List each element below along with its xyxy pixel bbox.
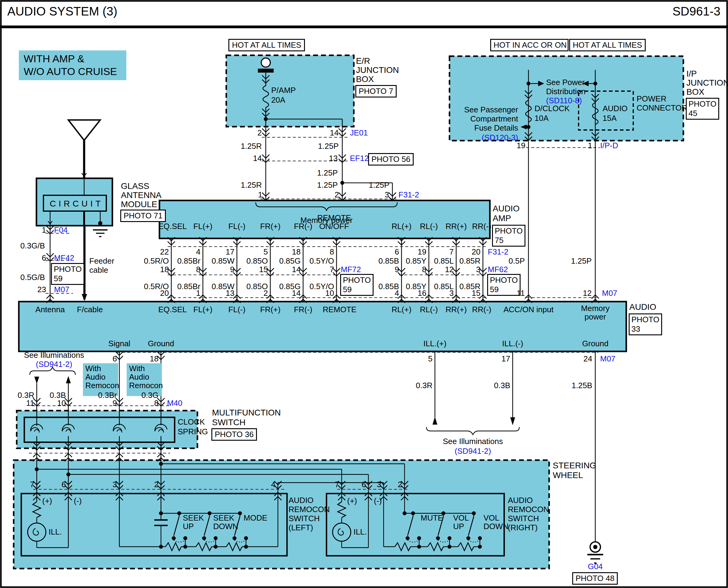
audio-name: AUDIO (629, 302, 656, 311)
wire-label: 1.25P (317, 169, 338, 177)
page-code: SD961-3 (672, 5, 721, 18)
illumination-brace (427, 427, 519, 435)
pin-number: 2 (398, 481, 402, 489)
audio-pin-label: RR(+) (445, 306, 467, 314)
amp-pin-label: FL(-) (228, 222, 245, 231)
wiring-diagram-page: AUDIO SYSTEM (3) SD961-3 WITH AMP & W/O … (0, 0, 728, 588)
switch-label: DOWN (213, 522, 238, 531)
wire-label: 0.85Br (177, 257, 201, 265)
photo-ref: PHOTO45 (686, 98, 719, 120)
wire-label: 0.85W (212, 257, 234, 265)
polarity-label: (+) (42, 497, 52, 505)
hot-at-all-times-label: HOT AT ALL TIMES (569, 39, 646, 51)
wire-label: 0.85L (434, 257, 454, 265)
fuse-rating: 15A (603, 114, 617, 122)
amp-pin-label: REMOTE (317, 214, 351, 222)
wire-label: 0.5R/O (144, 257, 169, 265)
pin-number: 4 (395, 289, 399, 297)
switch-label: SEEK (213, 514, 234, 522)
audio-pin-label: Ground (582, 340, 609, 348)
remocon-right-name: AUDIO (508, 496, 533, 504)
wire-label: 0.5G/B (20, 273, 45, 281)
wire-label: 1.25P (369, 181, 389, 189)
variant-note-box: WITH AMP & W/O AUTO CRUISE (19, 50, 126, 80)
pin-number: 22 (160, 248, 169, 256)
variant-line2: W/O AUTO CRUISE (24, 66, 117, 77)
antenna-icon (68, 120, 100, 140)
polarity-label: (-) (374, 497, 382, 505)
fuse-name: P/AMP (271, 86, 296, 94)
see-illuminations-ref: (SD941-2) (36, 360, 72, 369)
remocon-right-name: REMOCON (508, 505, 549, 513)
pin-number: 16 (418, 289, 427, 297)
connector-id: MF72 (341, 266, 361, 274)
see-illuminations-ref: (SD941-2) (455, 447, 491, 455)
fuse-name: AUDIO (603, 104, 627, 113)
pin-number: 6 (362, 481, 366, 489)
audio-pin-label: ACC/ON input (503, 306, 554, 314)
pin-number: 5 (428, 355, 433, 363)
see-power-note: Distribution (546, 87, 586, 96)
pin-number: 11 (517, 289, 525, 297)
connector-id: M07 (602, 289, 618, 297)
pin-number: 20 (472, 248, 480, 256)
photo-ref: PHOTO75 (492, 225, 525, 247)
connector-id: JE01 (350, 129, 368, 137)
fuse-name: D/CLOCK (535, 104, 570, 113)
connector-id: F31-2 (488, 248, 508, 256)
remocon-left-name: (LEFT) (289, 524, 313, 532)
audio-pin-label: ILL.(+) (423, 340, 446, 348)
pin-number: 1 (196, 289, 201, 297)
wire-label: 1.25P (571, 257, 591, 265)
pin-number: 8 (422, 266, 427, 274)
pin-number: 11 (26, 399, 34, 407)
pin-number: 1 (588, 142, 592, 150)
module-name: GLASS (121, 182, 149, 190)
ground-g04 (587, 542, 603, 563)
pin-number: 15 (259, 266, 268, 274)
pin-number: 8 (330, 248, 334, 256)
audio-pin-label: FL(+) (193, 306, 213, 314)
switch-label: SEEK (183, 514, 204, 522)
multifunction-name: MULTIFUNCTION (212, 408, 281, 417)
audio-pin-label: ILL.(-) (502, 340, 523, 348)
see-passenger-note: Fuse Details (474, 124, 518, 132)
switch-label: VOL (483, 514, 499, 522)
amp-pin-label: ON/OFF (319, 222, 349, 231)
audio-pin-label: RL(-) (420, 306, 438, 314)
photo-ref: PHOTO33 (629, 313, 662, 335)
audio-pin-label: RR(-) (472, 306, 492, 314)
pin-number: 8 (196, 266, 201, 274)
pin-number: 6 (62, 481, 66, 489)
feeder-label: cable (89, 266, 108, 274)
fusible-link-icon (258, 69, 274, 72)
wire-label: 0.85R (459, 257, 480, 265)
connector-id: F04 (54, 226, 68, 234)
pin-number: 15 (472, 289, 480, 297)
pin-number: 12 (583, 289, 591, 297)
remocon-left-name: SWITCH (289, 514, 320, 523)
ground-id: G04 (588, 563, 603, 571)
pin-number: 23 (37, 286, 46, 294)
audio-pin-label: EQ.SEL (158, 306, 187, 314)
illumination-arrow-icon (433, 417, 437, 425)
audio-pin-label: REMOTE (323, 306, 356, 314)
pin-number: 14 (292, 266, 301, 274)
variant-line1: WITH AMP & (24, 54, 84, 64)
clock-spring-box (24, 417, 175, 442)
steering-wheel-name: WHEEL (553, 471, 583, 480)
photo-ref: PHOTO59 (487, 274, 521, 296)
amp-name: AUDIO (493, 204, 520, 213)
fuse-rating: 20A (271, 96, 285, 104)
audio-pin-label: Signal (108, 340, 130, 348)
pin-number: 9 (113, 399, 117, 407)
audio-pin-label: Memory (581, 304, 609, 313)
pin-number: 7 (335, 481, 339, 489)
audio-pin-label: RL(+) (392, 306, 412, 314)
wire-label: 0.85Y (406, 257, 427, 265)
pin-number: 20 (160, 289, 169, 297)
wire-label: 1.25P (318, 142, 339, 150)
photo-ref: PHOTO 48 (572, 572, 618, 585)
ip-name: JUNCTION (686, 78, 728, 87)
lamp-label: ILL. (48, 528, 62, 536)
